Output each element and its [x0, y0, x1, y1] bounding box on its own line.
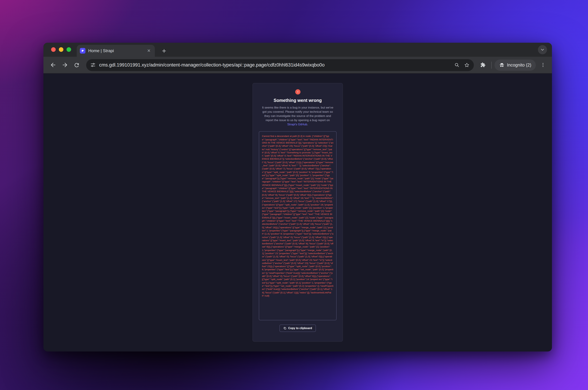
minimize-window-button[interactable] — [59, 47, 63, 52]
maximize-window-button[interactable] — [67, 47, 71, 52]
close-window-button[interactable] — [51, 47, 56, 52]
error-details-box[interactable]: Cannot find a descendant at path [0,3] i… — [259, 132, 337, 321]
kebab-menu-icon — [540, 62, 545, 68]
incognito-icon — [499, 62, 504, 68]
puzzle-icon — [480, 62, 486, 68]
browser-toolbar: cms.gdl.199101991.xyz/admin/content-mana… — [44, 57, 552, 74]
toolbar-separator — [491, 61, 491, 68]
strapi-github-link[interactable]: Strapi's GitHub — [287, 123, 307, 126]
extensions-button[interactable] — [477, 59, 488, 71]
incognito-label: Incognito (2) — [507, 62, 531, 67]
copy-to-clipboard-button[interactable]: Copy to clipboard — [280, 325, 316, 332]
browser-menu-button[interactable] — [537, 59, 548, 71]
tab-close-icon[interactable]: ✕ — [146, 48, 152, 53]
url-text[interactable]: cms.gdl.199101991.xyz/admin/content-mana… — [99, 62, 452, 68]
window-controls — [51, 47, 71, 52]
desktop-background: Home | Strapi ✕ — [0, 0, 588, 390]
reload-icon — [74, 62, 80, 68]
strapi-favicon-icon — [80, 48, 86, 53]
tab-strip: Home | Strapi ✕ — [44, 43, 552, 57]
error-description-text: It seems like there is a bug in your ins… — [262, 106, 333, 122]
zoom-icon[interactable] — [452, 60, 462, 70]
error-title: Something went wrong — [274, 98, 322, 103]
copy-button-label: Copy to clipboard — [288, 327, 312, 330]
tab-title: Home | Strapi — [88, 48, 146, 53]
new-tab-button[interactable] — [159, 46, 169, 56]
reload-button[interactable] — [71, 59, 83, 71]
back-button[interactable] — [47, 59, 59, 71]
error-card: Something went wrong It seems like there… — [252, 83, 343, 342]
site-settings-icon[interactable] — [90, 62, 96, 68]
forward-button[interactable] — [59, 59, 71, 71]
forward-arrow-icon — [61, 62, 68, 68]
tab-home-strapi[interactable]: Home | Strapi ✕ — [77, 45, 155, 57]
incognito-badge[interactable]: Incognito (2) — [494, 59, 536, 71]
strapi-page: Something went wrong It seems like there… — [44, 74, 552, 351]
url-bar[interactable]: cms.gdl.199101991.xyz/admin/content-mana… — [86, 59, 474, 71]
error-icon — [295, 89, 300, 95]
bookmark-star-icon[interactable] — [462, 60, 472, 70]
tab-search-chevron-button[interactable] — [538, 45, 547, 54]
back-arrow-icon — [49, 62, 56, 68]
error-description-period: . — [307, 123, 308, 126]
browser-window: Home | Strapi ✕ — [44, 43, 552, 351]
error-description: It seems like there is a bug in your ins… — [261, 105, 335, 127]
error-details-text: Cannot find a descendant at path [0,3] i… — [262, 135, 333, 297]
copy-icon — [283, 327, 287, 330]
